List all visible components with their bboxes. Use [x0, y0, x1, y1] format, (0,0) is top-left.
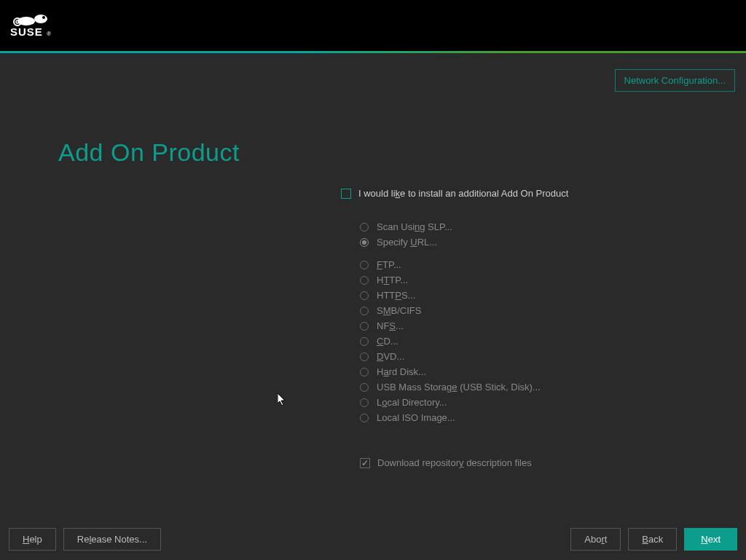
radio-row-http: HTTP... — [360, 274, 691, 286]
radio-nfs[interactable] — [360, 322, 369, 331]
radio-label-cd: CD... — [377, 336, 398, 347]
radio-localiso[interactable] — [360, 414, 369, 422]
source-radio-group: Scan Using SLP...Specify URL...FTP...HTT… — [360, 221, 691, 424]
mouse-cursor-icon — [278, 393, 288, 408]
download-checkbox-label: Download repository description files — [377, 457, 532, 468]
next-button[interactable]: Next — [684, 528, 737, 551]
radio-row-usb: USB Mass Storage (USB Stick, Disk)... — [360, 381, 691, 393]
addon-checkbox-label: I would like to install an additional Ad… — [358, 188, 568, 199]
chameleon-icon: SUSE ® — [10, 11, 63, 40]
suse-logo: SUSE ® — [10, 11, 63, 40]
radio-usb[interactable] — [360, 383, 369, 392]
radio-row-smb: SMB/CIFS — [360, 304, 691, 317]
radio-label-smb: SMB/CIFS — [377, 305, 421, 316]
radio-label-dvd: DVD... — [377, 351, 404, 362]
header-underline — [0, 51, 746, 53]
radio-harddisk[interactable] — [360, 368, 369, 376]
svg-point-4 — [16, 20, 19, 23]
addon-checkbox[interactable] — [341, 189, 351, 199]
content-area: I would like to install an additional Ad… — [341, 188, 691, 468]
svg-text:SUSE: SUSE — [10, 25, 43, 38]
radio-ftp[interactable] — [360, 261, 369, 269]
radio-cd[interactable] — [360, 337, 369, 346]
radio-label-harddisk: Hard Disk... — [377, 366, 426, 377]
back-button[interactable]: Back — [628, 528, 677, 551]
download-checkbox[interactable] — [360, 458, 370, 468]
radio-row-slp: Scan Using SLP... — [360, 221, 691, 233]
radio-label-https: HTTPS... — [377, 290, 415, 301]
radio-slp[interactable] — [360, 223, 369, 232]
radio-label-usb: USB Mass Storage (USB Stick, Disk)... — [377, 382, 541, 393]
radio-row-ftp: FTP... — [360, 259, 691, 271]
radio-row-nfs: NFS... — [360, 320, 691, 332]
radio-row-harddisk: Hard Disk... — [360, 366, 691, 378]
release-notes-button[interactable]: Release Notes... — [63, 528, 161, 551]
radio-row-localiso: Local ISO Image... — [360, 411, 691, 424]
radio-label-localiso: Local ISO Image... — [377, 412, 455, 423]
help-button[interactable]: Help — [9, 528, 56, 551]
radio-label-http: HTTP... — [377, 275, 408, 285]
footer: Help Release Notes... Abort Back Next — [0, 518, 746, 560]
radio-row-dvd: DVD... — [360, 350, 691, 363]
radio-https[interactable] — [360, 291, 369, 300]
radio-row-https: HTTPS... — [360, 289, 691, 301]
svg-text:®: ® — [47, 31, 51, 37]
radio-url[interactable] — [360, 238, 369, 247]
radio-row-url: Specify URL... — [360, 236, 691, 248]
svg-point-2 — [42, 16, 45, 19]
page-title: Add On Product — [58, 138, 240, 167]
radio-label-nfs: NFS... — [377, 320, 404, 331]
svg-point-1 — [34, 15, 47, 23]
radio-label-slp: Scan Using SLP... — [377, 221, 452, 232]
radio-group-gap — [360, 251, 691, 259]
radio-label-url: Specify URL... — [377, 237, 437, 248]
radio-row-cd: CD... — [360, 335, 691, 347]
radio-http[interactable] — [360, 276, 369, 285]
radio-smb[interactable] — [360, 307, 369, 315]
radio-dvd[interactable] — [360, 352, 369, 361]
abort-button[interactable]: Abort — [570, 528, 621, 551]
header: SUSE ® — [0, 0, 746, 51]
radio-label-localdir: Local Directory... — [377, 397, 447, 408]
radio-label-ftp: FTP... — [377, 259, 401, 270]
network-configuration-button[interactable]: Network Configuration... — [615, 69, 735, 92]
radio-localdir[interactable] — [360, 398, 369, 407]
radio-row-localdir: Local Directory... — [360, 396, 691, 409]
download-checkbox-row: Download repository description files — [360, 457, 691, 468]
addon-checkbox-row: I would like to install an additional Ad… — [341, 188, 691, 199]
